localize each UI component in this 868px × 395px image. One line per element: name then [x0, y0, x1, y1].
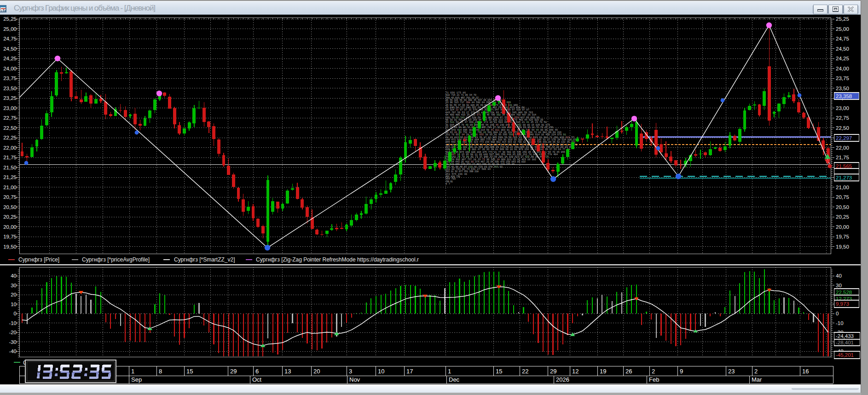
svg-text:21,75: 21,75: [836, 155, 849, 160]
svg-text:23,75: 23,75: [3, 76, 17, 81]
svg-text:Сургнфгз [*SmartZZ_v2]: Сургнфгз [*SmartZZ_v2]: [174, 256, 235, 263]
svg-text:20,00: 20,00: [836, 224, 849, 230]
svg-text:29: 29: [550, 368, 556, 375]
svg-text:-20: -20: [9, 330, 17, 335]
svg-text:1: 1: [131, 368, 134, 375]
svg-text:25,00: 25,00: [836, 26, 849, 32]
svg-text:23,50: 23,50: [3, 86, 17, 91]
svg-text:23,50: 23,50: [836, 86, 849, 91]
svg-text:1: 1: [448, 368, 451, 375]
svg-text:2: 2: [652, 368, 655, 375]
svg-text:Сургнфгз [Price]: Сургнфгз [Price]: [18, 256, 59, 263]
svg-text:30: 30: [836, 283, 842, 288]
svg-text:-24,433: -24,433: [836, 333, 854, 339]
svg-text:-45,201: -45,201: [836, 352, 854, 358]
svg-text:-28,401: -28,401: [836, 340, 854, 345]
svg-text:Сургнфгз [Zig-Zag Pointer Refr: Сургнфгз [Zig-Zag Pointer RefreshMode ht…: [256, 256, 419, 263]
svg-text:0: 0: [14, 311, 17, 316]
svg-text:26: 26: [625, 368, 632, 375]
svg-text:29: 29: [230, 368, 237, 375]
svg-text:20,75: 20,75: [836, 194, 849, 200]
svg-text:12: 12: [572, 368, 579, 375]
svg-text:25,25: 25,25: [3, 16, 17, 22]
svg-text:19,75: 19,75: [836, 234, 849, 239]
svg-text:22,50: 22,50: [836, 125, 849, 131]
svg-text:15: 15: [186, 368, 193, 375]
svg-text:2026: 2026: [556, 376, 569, 383]
svg-text:25,25: 25,25: [836, 16, 849, 22]
svg-text:24,25: 24,25: [836, 56, 849, 61]
svg-text:-30: -30: [9, 339, 17, 345]
svg-text:0: 0: [836, 311, 839, 316]
svg-text:9,973: 9,973: [836, 301, 849, 307]
svg-text:20: 20: [313, 368, 320, 375]
svg-text:21,00: 21,00: [3, 185, 17, 190]
svg-text:22,528: 22,528: [836, 290, 852, 295]
svg-text:21,75: 21,75: [3, 155, 17, 160]
svg-text:Mar: Mar: [752, 376, 762, 383]
svg-text:21,273: 21,273: [836, 175, 852, 180]
svg-text:24,00: 24,00: [3, 66, 17, 71]
svg-text:15: 15: [496, 368, 502, 375]
svg-text:Сургнфгз [*priceAvgProfile]: Сургнфгз [*priceAvgProfile]: [82, 256, 150, 263]
svg-text:40: 40: [836, 273, 842, 279]
svg-text:20,25: 20,25: [836, 214, 849, 220]
svg-text:-10: -10: [836, 320, 844, 326]
svg-text:6: 6: [255, 368, 259, 375]
svg-text:24,75: 24,75: [3, 36, 17, 41]
svg-text:-40: -40: [9, 349, 17, 354]
svg-text:-10: -10: [9, 320, 17, 326]
svg-text:21,25: 21,25: [3, 174, 17, 180]
svg-text:Dec: Dec: [449, 376, 460, 383]
svg-text:Feb: Feb: [649, 376, 659, 383]
svg-text:2: 2: [754, 368, 758, 375]
svg-text:20,75: 20,75: [3, 194, 17, 200]
svg-text:22: 22: [522, 368, 528, 375]
svg-text:20: 20: [11, 292, 17, 297]
svg-text:13: 13: [284, 368, 291, 375]
svg-text:19,50: 19,50: [836, 244, 849, 250]
svg-text:22,50: 22,50: [3, 125, 17, 131]
svg-text:23,00: 23,00: [3, 105, 17, 111]
svg-text:25,00: 25,00: [3, 26, 17, 32]
svg-text:22,75: 22,75: [836, 115, 849, 121]
svg-text:24,25: 24,25: [3, 56, 17, 61]
svg-text:3: 3: [349, 368, 352, 375]
svg-text:23: 23: [728, 368, 735, 375]
svg-text:23,358: 23,358: [836, 93, 852, 99]
svg-text:40: 40: [11, 273, 17, 279]
svg-text:19,50: 19,50: [3, 244, 17, 250]
svg-text:24,00: 24,00: [836, 66, 849, 71]
svg-text:20,00: 20,00: [3, 224, 17, 230]
svg-text:23,25: 23,25: [3, 95, 17, 101]
svg-text:17: 17: [406, 368, 413, 375]
svg-text:10: 10: [378, 368, 384, 375]
svg-text:20,25: 20,25: [3, 214, 17, 220]
svg-text:19: 19: [600, 368, 606, 375]
svg-text:21,00: 21,00: [836, 185, 849, 190]
svg-text:20,50: 20,50: [3, 204, 17, 210]
svg-text:22,75: 22,75: [3, 115, 17, 121]
svg-text:Nov: Nov: [349, 376, 360, 383]
svg-text:16: 16: [802, 368, 809, 375]
svg-text:Сургнфгз График цены и объёма: Сургнфгз График цены и объёма - [Дневной…: [14, 4, 156, 12]
svg-text:24,50: 24,50: [3, 46, 17, 52]
svg-text:21,565: 21,565: [836, 163, 852, 169]
svg-text:24,75: 24,75: [836, 36, 849, 41]
svg-text:24,50: 24,50: [836, 46, 849, 52]
svg-text:20,50: 20,50: [836, 204, 849, 210]
svg-text:23,00: 23,00: [836, 105, 849, 111]
svg-text:21,50: 21,50: [3, 165, 17, 170]
svg-text:Oct: Oct: [252, 376, 262, 383]
svg-text:30: 30: [11, 283, 17, 288]
svg-text:22,00: 22,00: [3, 145, 17, 151]
svg-text:22,25: 22,25: [3, 135, 17, 140]
svg-text:22,297: 22,297: [836, 135, 852, 141]
svg-text:22,00: 22,00: [836, 145, 849, 151]
svg-text:8: 8: [159, 368, 162, 375]
svg-text:23,75: 23,75: [836, 76, 849, 81]
svg-text:Sep: Sep: [131, 376, 142, 383]
svg-text:19,75: 19,75: [3, 234, 17, 239]
svg-text:9: 9: [680, 368, 683, 375]
svg-text:10: 10: [11, 302, 17, 307]
